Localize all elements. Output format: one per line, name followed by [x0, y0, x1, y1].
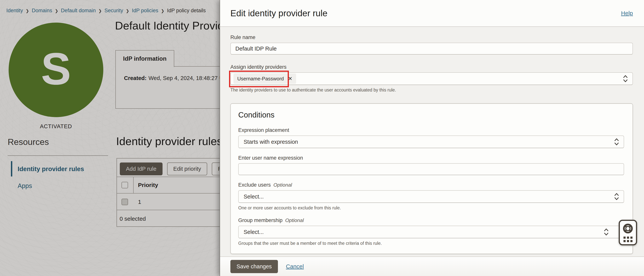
- conditions-card: Conditions Expression placement Starts w…: [230, 103, 633, 254]
- assign-idp-field-group: Assign identity providers Username-Passw…: [230, 64, 633, 93]
- exclude-users-label: Exclude users: [238, 182, 271, 188]
- conditions-heading: Conditions: [238, 111, 624, 119]
- dialog-header: Edit identity provider rule Help: [220, 0, 644, 27]
- exclude-users-select[interactable]: Select...: [238, 190, 624, 203]
- dialog-body: Rule name Assign identity providers User…: [220, 27, 644, 257]
- rule-name-input[interactable]: [230, 43, 633, 55]
- rule-name-field-group: Rule name: [230, 34, 633, 55]
- grid-dots-icon: [624, 237, 632, 242]
- assign-idp-helper-text: The identity providers to use to authent…: [230, 88, 633, 93]
- exclude-users-field-group: Exclude usersOptional Select... One or m…: [238, 182, 624, 211]
- assign-idp-label: Assign identity providers: [230, 64, 286, 70]
- exclude-users-helper-text: One or more user accounts to exclude fro…: [238, 205, 624, 211]
- combobox-stepper-icon: [604, 228, 609, 236]
- username-expression-field-group: Enter user name expression: [238, 155, 624, 175]
- group-membership-select[interactable]: Select...: [238, 226, 624, 238]
- selected-idp-chip: Username-Password ✕: [234, 74, 296, 84]
- life-ring-icon: [622, 223, 634, 234]
- help-link[interactable]: Help: [621, 10, 633, 16]
- chip-remove-icon[interactable]: ✕: [288, 76, 292, 81]
- expression-placement-select[interactable]: Starts with expression: [238, 136, 624, 148]
- group-membership-optional-tag: Optional: [285, 217, 304, 223]
- combobox-stepper-icon: [614, 138, 619, 146]
- expression-placement-value: Starts with expression: [241, 139, 298, 145]
- chip-label: Username-Password: [237, 76, 284, 82]
- expression-placement-field-group: Expression placement Starts with express…: [238, 127, 624, 148]
- combobox-stepper-icon: [623, 75, 628, 83]
- save-changes-button[interactable]: Save changes: [230, 260, 278, 273]
- combobox-stepper-icon: [614, 193, 619, 201]
- group-membership-helper-text: Groups that the user must be a member of…: [238, 241, 624, 246]
- expression-placement-label: Expression placement: [238, 127, 289, 133]
- assistant-widget[interactable]: [619, 220, 637, 245]
- exclude-users-optional-tag: Optional: [274, 182, 292, 188]
- group-membership-field-group: Group membershipOptional Select... Group…: [238, 217, 624, 246]
- group-membership-label: Group membership: [238, 217, 282, 223]
- dialog-title: Edit identity provider rule: [230, 8, 327, 18]
- dialog-footer: Save changes Cancel: [220, 257, 644, 276]
- username-expression-label: Enter user name expression: [238, 155, 303, 161]
- exclude-users-placeholder: Select...: [241, 193, 264, 200]
- assign-idp-select[interactable]: Username-Password ✕: [230, 72, 633, 85]
- cancel-link[interactable]: Cancel: [286, 263, 304, 270]
- assign-idp-select-wrap: Username-Password ✕: [230, 72, 633, 85]
- edit-idp-rule-dialog: Edit identity provider rule Help Rule na…: [220, 0, 644, 276]
- screen: Identity ❯ Domains ❯ Default domain ❯ Se…: [0, 0, 644, 276]
- username-expression-input[interactable]: [238, 163, 624, 175]
- group-membership-placeholder: Select...: [241, 229, 264, 235]
- rule-name-label: Rule name: [230, 34, 256, 40]
